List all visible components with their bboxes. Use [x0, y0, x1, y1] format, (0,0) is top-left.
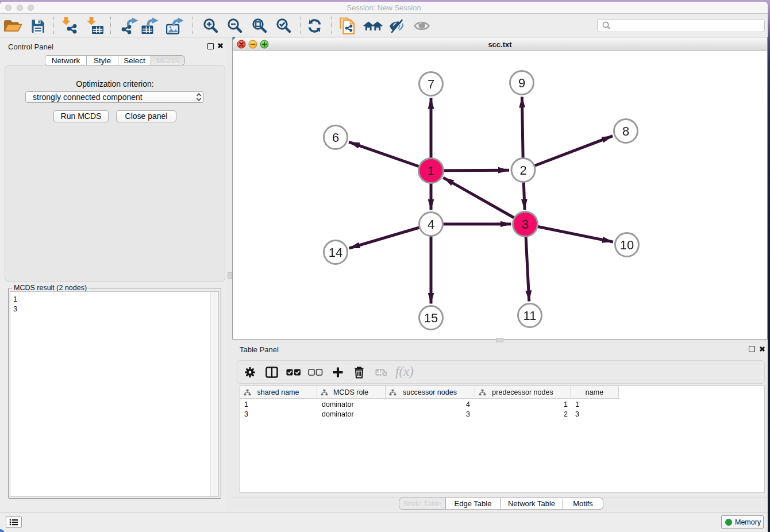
svg-text:9: 9: [518, 76, 525, 90]
svg-text:14: 14: [329, 245, 342, 260]
svg-text:10: 10: [620, 238, 634, 252]
svg-text:1: 1: [428, 164, 434, 178]
svg-text:3: 3: [522, 217, 529, 232]
svg-text:11: 11: [523, 309, 537, 323]
svg-text:6: 6: [332, 130, 339, 145]
svg-text:15: 15: [424, 311, 438, 325]
svg-text:2: 2: [519, 163, 526, 178]
svg-text:7: 7: [428, 77, 434, 91]
svg-text:8: 8: [622, 124, 629, 138]
svg-text:4: 4: [428, 217, 434, 232]
